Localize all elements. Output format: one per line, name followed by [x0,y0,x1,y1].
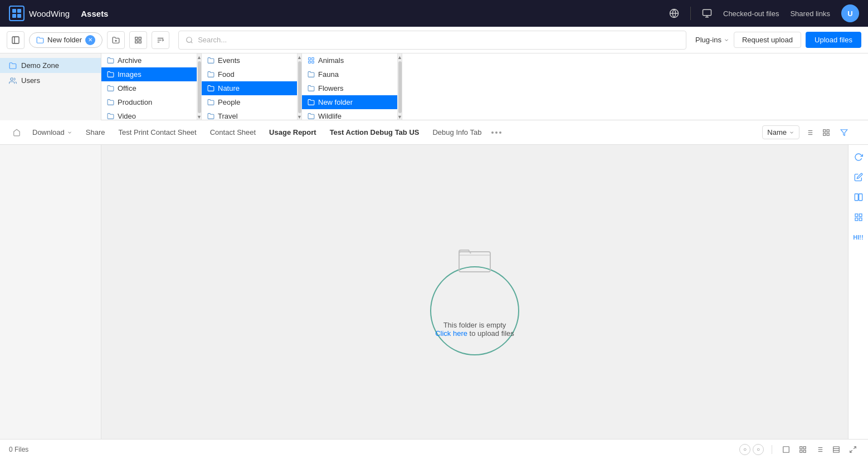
col1-archive-label: Archive [118,56,142,65]
svg-rect-12 [139,41,141,43]
contact-sheet-button[interactable]: Contact Sheet [204,126,261,139]
debug-info-button[interactable]: Debug Info Tab [427,126,487,139]
col1-office-label: Office [118,84,136,92]
logo-icon [9,6,25,21]
folder-column-spacer [402,53,868,120]
app-name-regular: WoodWing [29,9,70,18]
sidebar-item-demozone[interactable]: Demo Zone [0,58,101,73]
sort-button[interactable]: Name [762,125,799,139]
contact-sheet-label: Contact Sheet [210,128,256,136]
col3-scroll-up[interactable]: ▲ [397,55,402,60]
top-navigation: WoodWing Assets Checked-out files Shared… [0,0,868,27]
col2-item-food[interactable]: Food [202,67,301,81]
svg-rect-20 [312,58,314,60]
col3-item-fauna[interactable]: Fauna [302,67,402,81]
sidebar-label-users: Users [21,76,40,85]
svg-rect-5 [703,9,711,16]
edit-icon[interactable] [851,169,866,185]
col1-item-office[interactable]: Office [101,81,201,95]
svg-point-16 [187,37,192,42]
upload-files-button[interactable]: Upload files [806,32,861,48]
sort-options-button[interactable] [152,31,169,49]
col2-people-label: People [218,98,240,106]
col1-item-video[interactable]: Video [101,109,201,120]
more-actions-menu[interactable] [489,131,504,134]
monitor-button[interactable] [702,8,712,18]
share-label: Share [86,128,105,136]
col1-item-production[interactable]: Production [101,95,201,109]
svg-rect-38 [859,214,862,217]
col2-scroll-down[interactable]: ▼ [297,114,302,120]
svg-rect-19 [309,58,311,60]
content-container: This folder is empty Click here to uploa… [0,145,868,439]
bottom-list-button[interactable] [813,443,826,456]
sidebar-toggle-button[interactable] [7,31,25,49]
col2-item-events[interactable]: Events [202,53,301,67]
bottom-grid-button[interactable] [797,443,809,456]
compare-icon[interactable] [851,189,866,205]
right-panel: HI!! [848,145,868,439]
app-name-bold: Assets [81,9,108,18]
col2-item-people[interactable]: People [202,95,301,109]
col1-item-images[interactable]: Images [101,67,201,81]
col1-item-archive[interactable]: Archive [101,53,201,67]
globe-button[interactable] [669,8,679,18]
col3-scroll-down[interactable]: ▼ [397,114,402,120]
sidebar-item-users[interactable]: Users [0,73,101,88]
col3-item-flowers[interactable]: Flowers [302,81,402,95]
new-folder-button[interactable]: New folder ✕ [29,32,103,48]
sidebar: Demo Zone Users [0,53,101,120]
col3-fauna-label: Fauna [318,70,339,79]
upload-suffix: to upload files [467,329,514,338]
add-collection-button[interactable] [129,31,147,49]
col3-item-newfolder[interactable]: New folder [302,95,402,109]
col2-events-label: Events [218,56,240,65]
share-button[interactable]: Share [80,126,111,139]
col2-scroll-up[interactable]: ▲ [297,55,302,60]
user-avatar[interactable]: U [841,4,859,22]
zoom-out-button[interactable]: ○ [739,444,750,455]
bottom-grid-large-button[interactable] [780,443,792,456]
svg-rect-6 [12,37,19,43]
svg-rect-22 [312,61,314,64]
add-folder-button[interactable] [107,31,125,49]
upload-link[interactable]: Click here [435,329,467,338]
svg-rect-45 [803,450,806,452]
col3-item-animals[interactable]: Animals [302,53,402,67]
col2-item-travel[interactable]: Travel [202,109,301,120]
zoom-in-button[interactable]: ○ [753,444,764,455]
usage-report-label: Usage Report [269,128,316,136]
shared-links-link[interactable]: Shared links [790,9,830,18]
request-upload-button[interactable]: Request upload [734,32,801,48]
refresh-icon[interactable] [851,149,866,165]
folder-column-3: ▲ ▼ Animals Fauna Flowers New folder [302,53,402,120]
list-view-button[interactable] [802,125,817,140]
download-button[interactable]: Download [27,126,78,139]
plugins-label: Plug-ins [695,36,721,44]
col2-nature-label: Nature [218,84,240,92]
hi-icon[interactable]: HI!! [851,230,866,245]
test-print-button[interactable]: Test Print Contact Sheet [113,126,202,139]
plugins-button[interactable]: Plug-ins [695,36,729,44]
test-action-button[interactable]: Test Action Debug Tab US [324,126,425,139]
col1-scroll-down[interactable]: ▼ [197,114,202,120]
grid-icon[interactable] [851,209,866,225]
checked-out-files-link[interactable]: Checked-out files [723,9,779,18]
dot-3 [499,131,501,134]
col1-video-label: Video [118,112,136,120]
grid-view-button[interactable] [818,125,834,140]
search-bar[interactable]: Search... [178,31,686,50]
col3-item-wildlife[interactable]: Wildlife [302,109,402,120]
filter-button[interactable] [836,125,852,140]
bottom-detail-button[interactable] [830,443,842,456]
bottom-expand-button[interactable] [847,443,859,456]
usage-report-button[interactable]: Usage Report [264,126,322,139]
app-logo: WoodWing Assets [9,6,108,21]
col2-item-nature[interactable]: Nature [202,81,301,95]
sidebar-label-demozone: Demo Zone [21,61,59,70]
empty-folder-title: This folder is empty [443,321,506,329]
col1-scroll-up[interactable]: ▲ [197,55,202,60]
select-all-button[interactable] [9,125,25,140]
download-label: Download [32,128,65,136]
close-new-folder-button[interactable]: ✕ [85,35,95,45]
